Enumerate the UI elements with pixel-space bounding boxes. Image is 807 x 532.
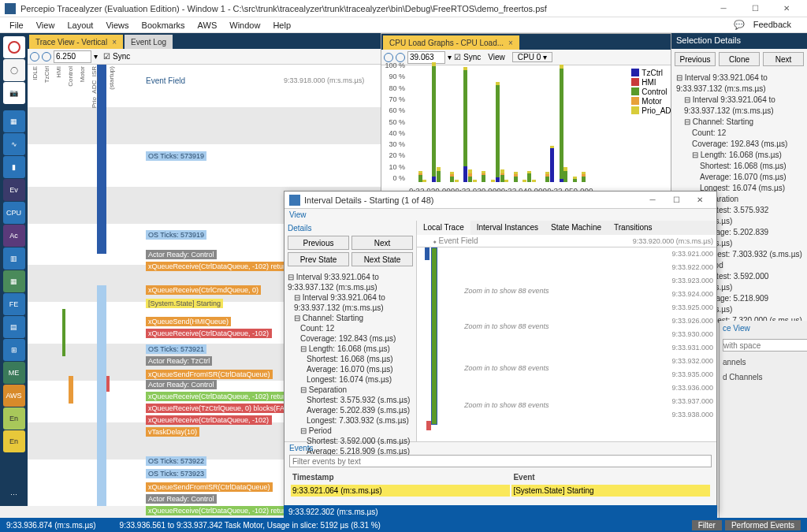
dropdown-icon[interactable]: ▾ bbox=[94, 52, 98, 61]
cpu-chart[interactable]: 0 %10 %20 %30 %40 %50 %60 %70 %80 %90 %1… bbox=[381, 65, 697, 198]
feedback-link[interactable]: 💬 Feedback bbox=[727, 20, 804, 30]
next-state-button[interactable]: Next State bbox=[351, 252, 413, 266]
evt-os1[interactable]: OS Ticks: 573919 bbox=[146, 151, 206, 161]
trace-bar-red bbox=[106, 376, 110, 392]
filter-events-input[interactable] bbox=[289, 455, 712, 467]
tool-more[interactable]: ⋯ bbox=[3, 484, 25, 506]
dialog-tree[interactable]: ⊟ Interval 9:33.921.064 to 9:33.937.132 … bbox=[288, 269, 413, 470]
evt-qr1[interactable]: xQueueReceive(CtrlDataQueue, -102) retur… bbox=[146, 262, 303, 271]
evt-ready2[interactable]: Actor Ready: TzCtrl bbox=[146, 356, 212, 366]
mini-bar-control bbox=[431, 247, 437, 425]
evt-qr2[interactable]: xQueueReceive(CtrlCmdQueue, 0) bbox=[146, 285, 261, 295]
evt-qsf[interactable]: xQueueSendFromISR(CtrlDataQueue) bbox=[146, 370, 273, 379]
window-title: Percepio Tracealyzer (Evaluation Edition… bbox=[20, 4, 708, 13]
tab-instances[interactable]: Interval Instances bbox=[470, 221, 545, 235]
tool-block[interactable]: ▮ bbox=[3, 156, 25, 178]
evt-qr6[interactable]: xQueueReceive(CtrlDataQueue, -102) bbox=[146, 415, 272, 425]
evt-os4[interactable]: OS Ticks: 573922 bbox=[146, 456, 206, 466]
filter-input[interactable] bbox=[723, 339, 807, 352]
cpu-select[interactable]: CPU 0 ▾ bbox=[512, 52, 552, 62]
tab-trace[interactable]: Trace View - Vertical× bbox=[29, 35, 123, 49]
zoom-input[interactable] bbox=[54, 50, 91, 63]
menu-file[interactable]: File bbox=[3, 20, 30, 30]
tool-list[interactable]: ▤ bbox=[3, 316, 25, 338]
main-statusbar: 9:33.936.874 (m:s.ms.µs) 9:33.936.561 to… bbox=[0, 518, 807, 532]
zoom-in-icon[interactable] bbox=[30, 52, 39, 61]
cpu-zoom-input[interactable] bbox=[407, 51, 445, 64]
tool-actor[interactable]: Ac bbox=[3, 225, 25, 247]
evt-state[interactable]: [System.State] Starting bbox=[146, 299, 223, 308]
tool-entire2[interactable]: En bbox=[3, 430, 25, 452]
minimize-button[interactable]: ─ bbox=[641, 195, 664, 204]
tool-bars[interactable]: ▥ bbox=[3, 247, 25, 270]
tool-seldep[interactable]: ▦ bbox=[3, 270, 25, 292]
evt-qr4[interactable]: xQueueReceive(CtrlDataQueue, -102) retur… bbox=[146, 392, 303, 401]
selection-title: Selection Details bbox=[671, 33, 807, 49]
evt-td[interactable]: vTaskDelay(10) bbox=[146, 427, 199, 437]
tool-fe[interactable]: FE bbox=[3, 293, 25, 315]
dialog-mini-trace[interactable]: Local Trace Interval Instances State Mac… bbox=[417, 221, 716, 441]
camera-icon[interactable]: 📷 bbox=[3, 82, 25, 104]
trace-bar-green bbox=[62, 309, 65, 356]
evt-qr3[interactable]: xQueueReceive(CtrlDataQueue, -102) bbox=[146, 329, 272, 338]
tool-tiles[interactable]: ⊞ bbox=[3, 339, 25, 361]
app-icon bbox=[5, 3, 16, 14]
zoom-out-icon[interactable] bbox=[42, 52, 51, 61]
close-button[interactable]: ✕ bbox=[771, 1, 802, 17]
sync-checkbox[interactable]: Sync bbox=[113, 52, 130, 61]
record-icon[interactable] bbox=[3, 36, 25, 58]
tab-cpu[interactable]: CPU Load Graphs - CPU Load...× bbox=[383, 35, 519, 50]
menu-layout[interactable]: Layout bbox=[61, 20, 99, 30]
tool-entire1[interactable]: En bbox=[3, 407, 25, 430]
maximize-button[interactable]: ☐ bbox=[739, 1, 771, 17]
evt-qsf2[interactable]: xQueueSendFromISR(CtrlDataQueue) bbox=[146, 482, 273, 492]
tool-aws[interactable]: AWS bbox=[3, 385, 25, 407]
chart-yaxis: 0 %10 %20 %30 %40 %50 %60 %70 %80 %90 %1… bbox=[381, 69, 407, 182]
minimize-button[interactable]: ─ bbox=[708, 1, 739, 17]
close-icon[interactable]: × bbox=[112, 38, 117, 47]
tab-eventlog[interactable]: Event Log bbox=[125, 35, 173, 49]
menubar: File View Layout Views Bookmarks AWS Win… bbox=[0, 17, 807, 33]
menu-view[interactable]: View bbox=[30, 20, 61, 30]
menu-window[interactable]: Window bbox=[223, 20, 266, 30]
close-icon[interactable]: × bbox=[508, 39, 513, 47]
next-button[interactable]: Next bbox=[351, 236, 413, 250]
tab-local-trace[interactable]: Local Trace bbox=[417, 221, 470, 235]
evt-qr5[interactable]: xQueueReceive(TzCtrlQueue, 0) blocks(FAI… bbox=[146, 404, 296, 413]
prev-state-button[interactable]: Prev State bbox=[288, 252, 349, 266]
evt-ready3[interactable]: Actor Ready: Control bbox=[146, 380, 217, 389]
menu-views[interactable]: Views bbox=[99, 20, 135, 30]
evt-os5[interactable]: OS Ticks: 573923 bbox=[146, 469, 206, 478]
performed-events-button[interactable]: Performed Events bbox=[725, 520, 801, 530]
zoom-in-icon[interactable] bbox=[384, 53, 393, 62]
previous-button[interactable]: Previous bbox=[675, 52, 716, 66]
tool-wave[interactable]: ∿ bbox=[3, 133, 25, 155]
evt-qs[interactable]: xQueueSend(HMIQueue) bbox=[146, 317, 231, 326]
tool-cpu[interactable]: CPU bbox=[3, 202, 25, 224]
left-toolbar: ◯ 📷 ▦ ∿ ▮ Ev CPU Ac ▥ ▦ FE ▤ ⊞ ME AWS En… bbox=[0, 33, 28, 506]
circle-icon[interactable]: ◯ bbox=[3, 59, 25, 81]
evt-ready4[interactable]: Actor Ready: Control bbox=[146, 494, 217, 504]
dialog-statusbar: 9:33.922.302 (m:s.ms.µs) bbox=[284, 505, 717, 518]
tool-events[interactable]: Ev bbox=[3, 179, 25, 201]
menu-help[interactable]: Help bbox=[266, 20, 297, 30]
zoom-out-icon[interactable] bbox=[396, 53, 405, 62]
event-row[interactable]: 9:33.921.064 (m:s.ms.µs)[System.State] S… bbox=[291, 485, 710, 497]
filter-button[interactable]: Filter bbox=[692, 520, 722, 530]
menu-aws[interactable]: AWS bbox=[192, 20, 224, 30]
previous-button[interactable]: Previous bbox=[288, 236, 349, 250]
evt-os2[interactable]: OS Ticks: 573919 bbox=[146, 230, 206, 240]
next-button[interactable]: Next bbox=[763, 52, 804, 66]
tool-grid[interactable]: ▦ bbox=[3, 110, 25, 132]
evt-os3[interactable]: OS Ticks: 573921 bbox=[146, 344, 206, 354]
close-button[interactable]: ✕ bbox=[688, 195, 712, 204]
tool-mem[interactable]: ME bbox=[3, 362, 25, 384]
tab-transitions[interactable]: Transitions bbox=[608, 221, 659, 235]
menu-bookmarks[interactable]: Bookmarks bbox=[136, 20, 192, 30]
tab-state-machine[interactable]: State Machine bbox=[545, 221, 608, 235]
maximize-button[interactable]: ☐ bbox=[664, 195, 688, 204]
evt-ready1[interactable]: Actor Ready: Control bbox=[146, 250, 217, 259]
dropdown-icon[interactable]: ▾ bbox=[448, 53, 452, 61]
clone-button[interactable]: Clone bbox=[719, 52, 760, 66]
evt-qr7[interactable]: xQueueReceive(CtrlDataQueue, -102) retur… bbox=[146, 506, 303, 515]
